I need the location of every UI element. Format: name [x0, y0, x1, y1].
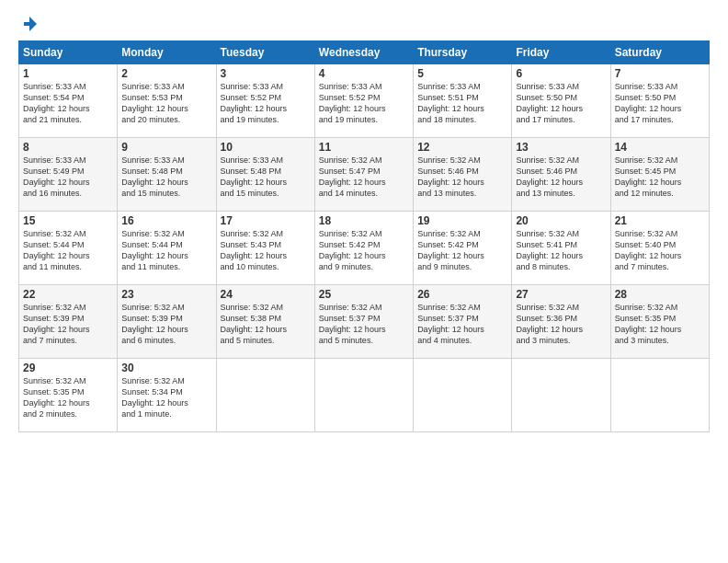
day-info: Sunrise: 5:32 AM Sunset: 5:35 PM Dayligh… — [23, 375, 113, 420]
day-info: Sunrise: 5:32 AM Sunset: 5:46 PM Dayligh… — [417, 155, 507, 200]
day-number: 29 — [23, 362, 113, 374]
day-info: Sunrise: 5:33 AM Sunset: 5:50 PM Dayligh… — [516, 81, 606, 126]
day-number: 15 — [23, 214, 113, 227]
day-info: Sunrise: 5:32 AM Sunset: 5:44 PM Dayligh… — [23, 228, 113, 273]
day-number: 12 — [417, 141, 507, 154]
day-cell: 19Sunrise: 5:32 AM Sunset: 5:42 PM Dayli… — [414, 212, 512, 285]
day-info: Sunrise: 5:32 AM Sunset: 5:42 PM Dayligh… — [417, 228, 507, 273]
day-cell: 26Sunrise: 5:32 AM Sunset: 5:37 PM Dayli… — [414, 285, 512, 359]
day-info: Sunrise: 5:33 AM Sunset: 5:50 PM Dayligh… — [615, 81, 705, 126]
page-header — [18, 15, 710, 33]
day-cell: 6Sunrise: 5:33 AM Sunset: 5:50 PM Daylig… — [512, 64, 610, 138]
day-info: Sunrise: 5:32 AM Sunset: 5:37 PM Dayligh… — [417, 302, 507, 347]
day-number: 10 — [221, 141, 311, 154]
day-cell: 22Sunrise: 5:32 AM Sunset: 5:39 PM Dayli… — [19, 285, 118, 359]
day-cell: 8Sunrise: 5:33 AM Sunset: 5:49 PM Daylig… — [19, 138, 118, 212]
day-cell: 27Sunrise: 5:32 AM Sunset: 5:36 PM Dayli… — [512, 285, 610, 359]
day-cell: 10Sunrise: 5:33 AM Sunset: 5:48 PM Dayli… — [216, 138, 314, 212]
week-row-2: 8Sunrise: 5:33 AM Sunset: 5:49 PM Daylig… — [19, 138, 710, 212]
day-number: 16 — [121, 214, 211, 227]
day-number: 22 — [23, 288, 113, 301]
day-cell: 24Sunrise: 5:32 AM Sunset: 5:38 PM Dayli… — [216, 285, 314, 359]
day-number: 21 — [615, 214, 705, 227]
day-cell: 28Sunrise: 5:32 AM Sunset: 5:35 PM Dayli… — [610, 285, 709, 359]
svg-marker-0 — [24, 17, 37, 31]
header-tuesday: Tuesday — [216, 41, 314, 64]
day-number: 27 — [516, 288, 606, 301]
day-cell: 2Sunrise: 5:33 AM Sunset: 5:53 PM Daylig… — [118, 64, 216, 138]
header-friday: Friday — [512, 41, 610, 64]
day-cell: 16Sunrise: 5:32 AM Sunset: 5:44 PM Dayli… — [118, 212, 216, 285]
logo-icon — [20, 15, 39, 33]
day-info: Sunrise: 5:32 AM Sunset: 5:38 PM Dayligh… — [221, 302, 311, 347]
day-info: Sunrise: 5:32 AM Sunset: 5:45 PM Dayligh… — [615, 155, 705, 200]
day-number: 6 — [516, 67, 606, 80]
header-saturday: Saturday — [610, 41, 709, 64]
day-info: Sunrise: 5:32 AM Sunset: 5:46 PM Dayligh… — [516, 155, 606, 200]
day-number: 3 — [221, 67, 311, 80]
day-number: 7 — [615, 67, 705, 80]
day-info: Sunrise: 5:33 AM Sunset: 5:54 PM Dayligh… — [23, 81, 113, 126]
day-cell — [610, 359, 709, 432]
day-number: 9 — [121, 141, 211, 154]
day-info: Sunrise: 5:32 AM Sunset: 5:43 PM Dayligh… — [221, 228, 311, 273]
day-cell: 29Sunrise: 5:32 AM Sunset: 5:35 PM Dayli… — [19, 359, 118, 432]
day-cell: 14Sunrise: 5:32 AM Sunset: 5:45 PM Dayli… — [610, 138, 709, 212]
day-cell: 30Sunrise: 5:32 AM Sunset: 5:34 PM Dayli… — [118, 359, 216, 432]
day-number: 4 — [319, 67, 409, 80]
day-cell — [314, 359, 413, 432]
day-cell: 20Sunrise: 5:32 AM Sunset: 5:41 PM Dayli… — [512, 212, 610, 285]
day-number: 1 — [23, 67, 113, 80]
day-cell — [216, 359, 314, 432]
day-cell: 12Sunrise: 5:32 AM Sunset: 5:46 PM Dayli… — [414, 138, 512, 212]
day-number: 23 — [121, 288, 211, 301]
calendar-table: SundayMondayTuesdayWednesdayThursdayFrid… — [18, 40, 710, 432]
day-cell: 7Sunrise: 5:33 AM Sunset: 5:50 PM Daylig… — [610, 64, 709, 138]
day-cell: 17Sunrise: 5:32 AM Sunset: 5:43 PM Dayli… — [216, 212, 314, 285]
day-number: 24 — [221, 288, 311, 301]
week-row-4: 22Sunrise: 5:32 AM Sunset: 5:39 PM Dayli… — [19, 285, 710, 359]
day-cell — [414, 359, 512, 432]
calendar-header-row: SundayMondayTuesdayWednesdayThursdayFrid… — [19, 41, 710, 64]
day-number: 5 — [417, 67, 507, 80]
day-cell: 21Sunrise: 5:32 AM Sunset: 5:40 PM Dayli… — [610, 212, 709, 285]
day-cell: 11Sunrise: 5:32 AM Sunset: 5:47 PM Dayli… — [314, 138, 413, 212]
day-cell: 13Sunrise: 5:32 AM Sunset: 5:46 PM Dayli… — [512, 138, 610, 212]
day-cell: 15Sunrise: 5:32 AM Sunset: 5:44 PM Dayli… — [19, 212, 118, 285]
logo — [18, 15, 39, 33]
day-info: Sunrise: 5:33 AM Sunset: 5:53 PM Dayligh… — [121, 81, 211, 126]
day-cell: 18Sunrise: 5:32 AM Sunset: 5:42 PM Dayli… — [314, 212, 413, 285]
day-cell: 3Sunrise: 5:33 AM Sunset: 5:52 PM Daylig… — [216, 64, 314, 138]
day-cell — [512, 359, 610, 432]
day-info: Sunrise: 5:32 AM Sunset: 5:35 PM Dayligh… — [615, 302, 705, 347]
day-cell: 9Sunrise: 5:33 AM Sunset: 5:48 PM Daylig… — [118, 138, 216, 212]
day-info: Sunrise: 5:32 AM Sunset: 5:39 PM Dayligh… — [121, 302, 211, 347]
day-info: Sunrise: 5:32 AM Sunset: 5:37 PM Dayligh… — [319, 302, 409, 347]
day-number: 19 — [417, 214, 507, 227]
day-info: Sunrise: 5:33 AM Sunset: 5:48 PM Dayligh… — [121, 155, 211, 200]
day-info: Sunrise: 5:32 AM Sunset: 5:42 PM Dayligh… — [319, 228, 409, 273]
day-number: 18 — [319, 214, 409, 227]
week-row-1: 1Sunrise: 5:33 AM Sunset: 5:54 PM Daylig… — [19, 64, 710, 138]
day-number: 30 — [121, 362, 211, 374]
day-number: 25 — [319, 288, 409, 301]
day-number: 13 — [516, 141, 606, 154]
header-monday: Monday — [118, 41, 216, 64]
day-info: Sunrise: 5:33 AM Sunset: 5:48 PM Dayligh… — [221, 155, 311, 200]
day-info: Sunrise: 5:32 AM Sunset: 5:41 PM Dayligh… — [516, 228, 606, 273]
header-thursday: Thursday — [414, 41, 512, 64]
day-number: 28 — [615, 288, 705, 301]
calendar-page: SundayMondayTuesdayWednesdayThursdayFrid… — [0, 0, 728, 563]
day-cell: 1Sunrise: 5:33 AM Sunset: 5:54 PM Daylig… — [19, 64, 118, 138]
day-number: 26 — [417, 288, 507, 301]
week-row-3: 15Sunrise: 5:32 AM Sunset: 5:44 PM Dayli… — [19, 212, 710, 285]
day-number: 8 — [23, 141, 113, 154]
day-number: 20 — [516, 214, 606, 227]
day-info: Sunrise: 5:32 AM Sunset: 5:34 PM Dayligh… — [121, 375, 211, 420]
day-cell: 23Sunrise: 5:32 AM Sunset: 5:39 PM Dayli… — [118, 285, 216, 359]
day-info: Sunrise: 5:33 AM Sunset: 5:49 PM Dayligh… — [23, 155, 113, 200]
day-info: Sunrise: 5:32 AM Sunset: 5:47 PM Dayligh… — [319, 155, 409, 200]
day-cell: 25Sunrise: 5:32 AM Sunset: 5:37 PM Dayli… — [314, 285, 413, 359]
day-info: Sunrise: 5:33 AM Sunset: 5:51 PM Dayligh… — [417, 81, 507, 126]
day-info: Sunrise: 5:33 AM Sunset: 5:52 PM Dayligh… — [221, 81, 311, 126]
